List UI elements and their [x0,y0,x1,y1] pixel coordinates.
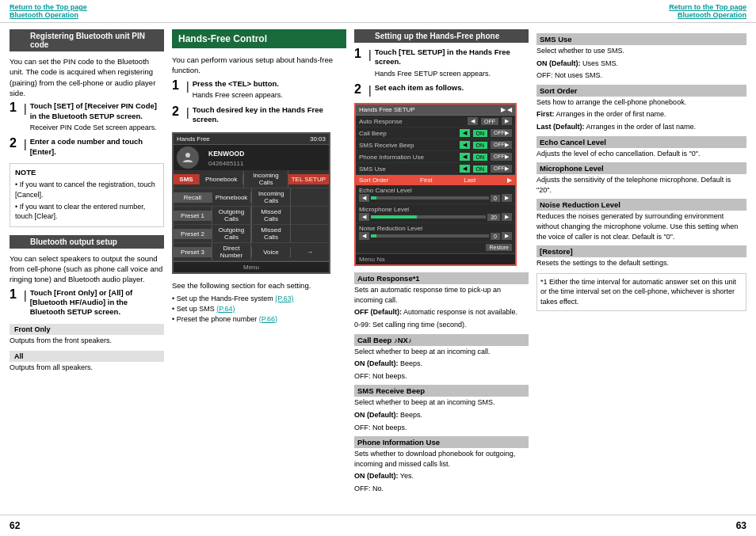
field-item-smsreceive-0: ON (Default): Beeps. [354,410,529,420]
ds-cell-preset2[interactable]: Preset 2 [174,229,212,239]
return-top-link-left[interactable]: Return to the Top page [10,3,87,11]
ss-btn-echo-r[interactable]: ▶ [502,194,512,202]
field-item-phoneinfo-1: OFF: No. [354,484,529,494]
ss-label-sort: Sort Order [359,177,388,184]
section-register-pin-title: Registering Bluetooth unit PIN code [30,32,159,49]
ss-label-auto: Auto Response [359,118,464,125]
bullet-link-2-link[interactable]: (P.64) [216,305,235,313]
bullet-link-2-text: Set up SMS [177,305,215,313]
ss-slider-mic[interactable] [371,215,486,219]
asterisk-note: *1 Either the time interval for automati… [536,273,746,311]
hf-step-1-title: Press the <TEL> button. [193,79,346,89]
ss-val-sort-first[interactable]: First [420,177,433,184]
hf-header: Hands-Free Control [172,29,346,48]
ds-cell-preset1[interactable]: Preset 1 [174,211,212,221]
all-label: All [10,351,164,362]
section-setup-title: Setting up the Hands-Free phone [375,32,499,40]
step-2-pin: 2 | Enter a code number and touch [Enter… [10,137,164,158]
ds-cell-phonebook[interactable]: Phonebook [199,174,243,184]
ds-cell-arrow[interactable]: → [291,247,329,257]
ss-row-sms-beep: SMS Receive Beep ◀ ON OFF▶ [356,139,515,151]
bullet-link-3-link[interactable]: (P.66) [259,315,277,323]
ss-btn-auto-off[interactable]: ◀ [468,117,478,125]
field-header-noise: Noise Reduction Level [536,199,746,211]
ds-cell-incoming[interactable]: Incoming Calls [243,170,288,188]
ds-cell-incoming-2[interactable]: Incoming Calls [251,188,291,206]
field-item-smsreceive-1: OFF: Not beeps. [354,423,529,433]
ds-cell-sms[interactable]: SMS [174,174,199,184]
field-item-auto-1: 0-99: Set calling ring time (second). [354,320,529,330]
ds-cell-preset3[interactable]: Preset 3 [174,247,212,257]
ss-btn-smsbeep-r[interactable]: OFF▶ [491,141,512,149]
page-numbers: 62 63 [0,515,756,536]
bullet-link-1-link[interactable]: (P.63) [275,295,293,302]
ss-label-mic: Microphone Level [359,206,512,213]
field-microphone: Microphone Level Adjusts the sensitivity… [536,162,746,195]
ds-row-preset1: Preset 1 Outgoing Calls Missed Calls [174,207,329,225]
section-bt-output-header: Bluetooth output setup [10,235,164,249]
ss-slider-noise[interactable] [371,234,489,238]
field-text-auto: Sets an automatic response time to pick-… [354,285,529,305]
ss-row-auto-response: Auto Response ◀ OFF ▶ [356,116,515,127]
step-1-pin-title: Touch [SET] of [Receiver PIN Code] in th… [30,101,164,121]
note-item-2: If you want to clear the entered number,… [15,202,158,222]
ss-btn-sort-r[interactable]: ▶ [507,177,512,184]
hf-step-number-2: 2 [172,105,183,127]
step-number-1-output: 1 [10,288,21,319]
ss-btn-smsbeep-l[interactable]: ◀ [460,141,470,149]
setup-step-1-title: Touch [TEL SETUP] in the Hands Free scre… [375,48,529,67]
field-item-phoneinfo-0: ON (Default): Yes. [354,471,529,481]
ss-btn-echo-l[interactable]: ◀ [359,194,369,202]
ds-cell-outgoing2[interactable]: Outgoing Calls [212,225,251,242]
ds-cell-telsetup[interactable]: TEL SETUP [288,174,329,184]
ds-cell-phonebook-2[interactable]: Phonebook [212,192,251,203]
ss-slider-echo[interactable] [371,196,489,200]
svg-point-0 [185,153,190,158]
ss-btn-smsuse-l[interactable]: ◀ [460,165,470,173]
ss-btn-mic-l[interactable]: ◀ [359,213,369,221]
ss-btn-phoneinfo-r[interactable]: OFF▶ [491,153,512,161]
ss-btn-phoneinfo-l[interactable]: ◀ [460,153,470,161]
ds-cell-missed1[interactable]: Missed Calls [251,207,291,224]
ss-btn-noise-l[interactable]: ◀ [359,232,369,240]
ds-cell-direct[interactable]: Direct Number [212,243,251,260]
setup-screen: Hands Free SETUP ▶ ◀ Auto Response ◀ OFF… [354,103,517,266]
ss-btn-restore[interactable]: Restore [486,244,512,251]
return-top-link-right[interactable]: Return to the Top page [669,3,746,11]
bullet-link-3: Preset the phone number (P.66) [172,315,346,323]
ss-btn-auto-on[interactable]: ▶ [502,117,512,125]
ds-row-preset3: Preset 3 Direct Number Voice → [174,243,329,261]
ss-btn-noise-r[interactable]: ▶ [502,232,512,240]
hf-body: You can perform various setup about hand… [172,55,346,76]
field-text-mic: Adjusts the sensitivity of the telephone… [536,175,746,195]
ds-cell-missed2[interactable]: Missed Calls [251,225,291,242]
field-header-phoneinfo: Phone Information Use [354,436,529,448]
ds-cell-outgoing1[interactable]: Outgoing Calls [212,207,251,224]
ds-cell-empty-1 [291,196,329,199]
ds-contact: KENWOOD [205,148,247,159]
ds-cell-voice[interactable]: Voice [251,247,291,257]
ss-val-smsbeep: ON [473,142,488,149]
column-2: Hands-Free Control You can perform vario… [172,29,346,508]
ss-btn-callbeep-r[interactable]: OFF▶ [491,129,512,137]
ss-btn-callbeep-l[interactable]: ◀ [460,129,470,137]
ss-btn-smsuse-r[interactable]: OFF▶ [491,165,512,173]
ss-btn-mic-r[interactable]: ▶ [502,213,512,221]
step-1-pin: 1 | Touch [SET] of [Receiver PIN Code] i… [10,101,164,132]
all-desc: Outputs from all speakers. [10,363,164,374]
bluetooth-op-link-right[interactable]: Bluetooth Operation [678,11,746,19]
step-number-1: 1 [10,101,21,132]
front-only-desc: Outputs from the front speakers. [10,336,164,348]
ds-cell-recall[interactable]: Recall [174,192,212,203]
field-sort-order: Sort Order Sets how to arrange the cell-… [536,85,746,132]
step-2-pin-title: Enter a code number and touch [Enter]. [30,137,164,157]
ss-label-callbeep: Call Beep [359,130,456,137]
ss-val-sort-last[interactable]: Last [464,177,475,184]
field-restore: [Restore] Resets the settings to the def… [536,245,746,268]
field-item-sort-0: First: Arranges in the order of first na… [536,109,746,120]
ds-header: Hands Free 30:03 [174,134,329,145]
header-square-icon-3 [359,32,367,40]
ss-label-smsuse: SMS Use [359,165,456,173]
bluetooth-op-link-left[interactable]: Bluetooth Operation [10,11,78,19]
ss-label-smsbeep: SMS Receive Beep [359,142,456,149]
